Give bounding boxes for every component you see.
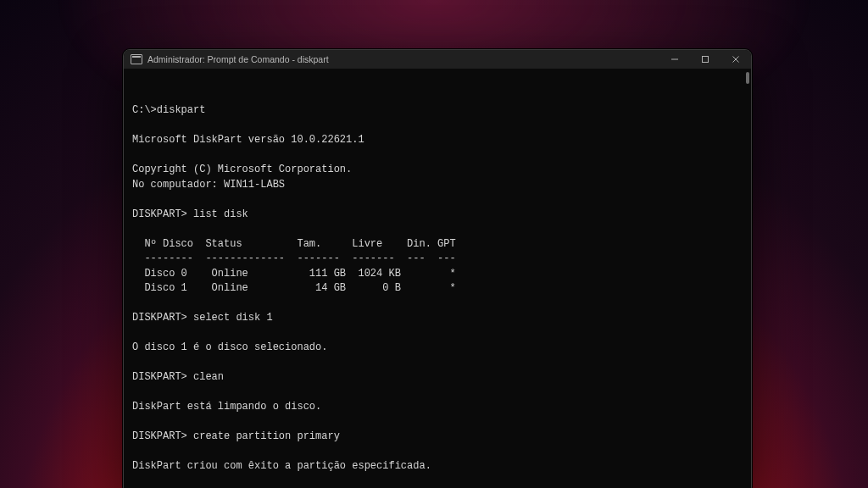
terminal-line [132,222,743,237]
cmd-window: Administrador: Prompt de Comando - diskp… [123,49,752,488]
terminal-line [132,326,743,341]
window-controls [659,50,751,69]
terminal-line: Disco 0 Online 111 GB 1024 KB * [132,267,743,282]
terminal-line [132,356,743,371]
terminal-line: DISKPART> list disk [132,208,743,223]
terminal-line: DiskPart está limpando o disco. [132,400,743,415]
terminal-line [132,192,743,208]
terminal-line: -------- ------------- ------- ------- -… [132,252,743,267]
terminal-output[interactable]: C:\>diskpartMicrosoft DiskPart versão 10… [124,69,751,488]
maximize-button[interactable] [690,50,721,69]
terminal-line: C:\>diskpart [132,103,743,119]
terminal-line: DISKPART> clean [132,370,743,385]
terminal-line: Microsoft DiskPart versão 10.0.22621.1 [132,133,743,148]
terminal-line: Copyright (C) Microsoft Corporation. [132,163,743,178]
minimize-button[interactable] [659,50,690,69]
terminal-line [132,148,743,164]
terminal-line: DiskPart criou com êxito a partição espe… [132,459,743,474]
terminal-line [132,385,743,401]
svg-rect-1 [703,57,709,63]
terminal-line [132,119,743,134]
close-button[interactable] [721,50,751,69]
window-title: Administrador: Prompt de Comando - diskp… [147,54,659,64]
terminal-line [132,445,743,460]
terminal-line: DISKPART> select disk 1 [132,311,743,326]
terminal-line: Disco 1 Online 14 GB 0 B * [132,281,743,297]
terminal-line [132,474,743,489]
terminal-line [132,415,743,430]
terminal-line [132,297,743,312]
scrollbar-thumb[interactable] [746,72,749,84]
terminal-line: DISKPART> create partition primary [132,430,743,445]
terminal-line: O disco 1 é o disco selecionado. [132,341,743,356]
terminal-line: No computador: WIN11-LABS [132,178,743,193]
cmd-icon [131,54,142,64]
titlebar[interactable]: Administrador: Prompt de Comando - diskp… [124,50,751,69]
terminal-line: Nº Disco Status Tam. Livre Din. GPT [132,237,743,252]
